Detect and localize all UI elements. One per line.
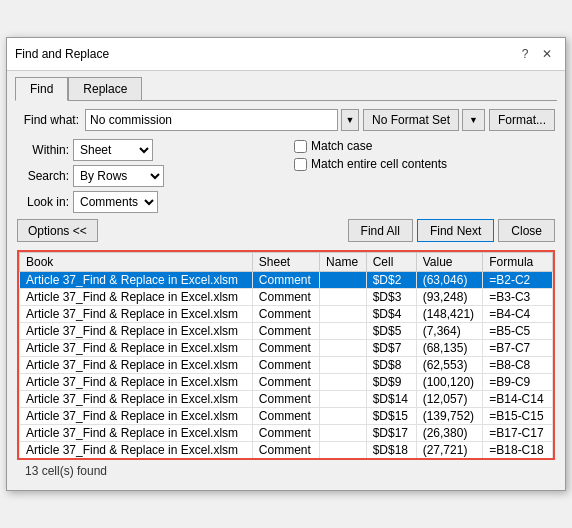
window-close-button[interactable]: ✕ bbox=[537, 44, 557, 64]
results-table-body: Article 37_Find & Replace in Excel.xlsmC… bbox=[20, 272, 553, 461]
table-cell-name bbox=[320, 442, 367, 459]
table-cell-sheet: Comment bbox=[252, 374, 319, 391]
table-cell-formula: =B18-C18 bbox=[483, 442, 553, 459]
table-cell-cell: $D$3 bbox=[366, 289, 416, 306]
search-label: Search: bbox=[17, 169, 69, 183]
table-cell-book: Article 37_Find & Replace in Excel.xlsm bbox=[20, 374, 253, 391]
table-cell-value: (139,752) bbox=[416, 408, 483, 425]
table-cell-formula: =B4-C4 bbox=[483, 306, 553, 323]
table-cell-sheet: Comment bbox=[252, 408, 319, 425]
table-cell-book: Article 37_Find & Replace in Excel.xlsm bbox=[20, 391, 253, 408]
table-cell-sheet: Comment bbox=[252, 323, 319, 340]
status-text: 13 cell(s) found bbox=[25, 464, 107, 478]
table-cell-name bbox=[320, 425, 367, 442]
table-row[interactable]: Article 37_Find & Replace in Excel.xlsmC… bbox=[20, 323, 553, 340]
results-table: Book Sheet Name Cell Value Formula Artic… bbox=[19, 252, 553, 460]
title-bar-left: Find and Replace bbox=[15, 47, 109, 61]
look-in-row: Look in: Comments Values Formulas bbox=[17, 191, 282, 213]
table-cell-value: (7,364) bbox=[416, 323, 483, 340]
search-row: Search: By Rows By Columns bbox=[17, 165, 282, 187]
dialog-title: Find and Replace bbox=[15, 47, 109, 61]
table-cell-book: Article 37_Find & Replace in Excel.xlsm bbox=[20, 306, 253, 323]
table-cell-sheet: Comment bbox=[252, 340, 319, 357]
table-cell-sheet: Comment bbox=[252, 442, 319, 459]
table-cell-book: Article 37_Find & Replace in Excel.xlsm bbox=[20, 442, 253, 459]
table-cell-name bbox=[320, 323, 367, 340]
results-table-header: Book Sheet Name Cell Value Formula bbox=[20, 253, 553, 272]
table-cell-book: Article 37_Find & Replace in Excel.xlsm bbox=[20, 408, 253, 425]
col-formula: Formula bbox=[483, 253, 553, 272]
tab-bar: Find Replace bbox=[7, 71, 565, 100]
table-cell-cell: $D$17 bbox=[366, 425, 416, 442]
match-entire-checkbox[interactable] bbox=[294, 158, 307, 171]
table-row[interactable]: Article 37_Find & Replace in Excel.xlsmC… bbox=[20, 408, 553, 425]
table-row[interactable]: Article 37_Find & Replace in Excel.xlsmC… bbox=[20, 289, 553, 306]
table-cell-value: (63,046) bbox=[416, 272, 483, 289]
table-cell-formula: =B3-C3 bbox=[483, 289, 553, 306]
col-name: Name bbox=[320, 253, 367, 272]
table-cell-sheet: Comment bbox=[252, 289, 319, 306]
format-split-button[interactable]: ▼ bbox=[462, 109, 485, 131]
table-cell-book: Article 37_Find & Replace in Excel.xlsm bbox=[20, 357, 253, 374]
results-table-container: Book Sheet Name Cell Value Formula Artic… bbox=[17, 250, 555, 460]
find-what-label: Find what: bbox=[17, 113, 85, 127]
format-button[interactable]: Format... bbox=[489, 109, 555, 131]
table-cell-formula: =B2-C2 bbox=[483, 272, 553, 289]
table-cell-book: Article 37_Find & Replace in Excel.xlsm bbox=[20, 425, 253, 442]
table-cell-name bbox=[320, 408, 367, 425]
action-row: Options << Find All Find Next Close bbox=[17, 219, 555, 242]
table-cell-sheet: Comment bbox=[252, 425, 319, 442]
table-cell-value: (148,421) bbox=[416, 306, 483, 323]
table-cell-cell: $D$7 bbox=[366, 340, 416, 357]
table-cell-sheet: Comment bbox=[252, 272, 319, 289]
table-cell-cell: $D$14 bbox=[366, 391, 416, 408]
table-cell-value: (93,248) bbox=[416, 289, 483, 306]
table-row[interactable]: Article 37_Find & Replace in Excel.xlsmC… bbox=[20, 340, 553, 357]
tab-replace[interactable]: Replace bbox=[68, 77, 142, 100]
match-case-row: Match case bbox=[290, 139, 555, 153]
match-entire-row: Match entire cell contents bbox=[290, 157, 555, 171]
look-in-select[interactable]: Comments Values Formulas bbox=[73, 191, 158, 213]
table-row[interactable]: Article 37_Find & Replace in Excel.xlsmC… bbox=[20, 306, 553, 323]
table-cell-book: Article 37_Find & Replace in Excel.xlsm bbox=[20, 289, 253, 306]
table-row[interactable]: Article 37_Find & Replace in Excel.xlsmC… bbox=[20, 391, 553, 408]
options-right: Match case Match entire cell contents bbox=[290, 139, 555, 213]
options-button[interactable]: Options << bbox=[17, 219, 98, 242]
table-cell-cell: $D$18 bbox=[366, 442, 416, 459]
tab-find[interactable]: Find bbox=[15, 77, 68, 101]
no-format-set-button[interactable]: No Format Set bbox=[363, 109, 459, 131]
table-cell-formula: =B9-C9 bbox=[483, 374, 553, 391]
search-select[interactable]: By Rows By Columns bbox=[73, 165, 164, 187]
within-select[interactable]: Sheet Workbook bbox=[73, 139, 153, 161]
options-section: Within: Sheet Workbook Search: By Rows B… bbox=[17, 139, 555, 213]
find-input-group: ▼ No Format Set ▼ Format... bbox=[85, 109, 555, 131]
table-row[interactable]: Article 37_Find & Replace in Excel.xlsmC… bbox=[20, 374, 553, 391]
close-button[interactable]: Close bbox=[498, 219, 555, 242]
table-row[interactable]: Article 37_Find & Replace in Excel.xlsmC… bbox=[20, 272, 553, 289]
find-what-row: Find what: ▼ No Format Set ▼ Format... bbox=[17, 109, 555, 131]
table-cell-name bbox=[320, 391, 367, 408]
table-row[interactable]: Article 37_Find & Replace in Excel.xlsmC… bbox=[20, 442, 553, 459]
table-cell-cell: $D$2 bbox=[366, 272, 416, 289]
col-value: Value bbox=[416, 253, 483, 272]
table-row[interactable]: Article 37_Find & Replace in Excel.xlsmC… bbox=[20, 357, 553, 374]
table-row[interactable]: Article 37_Find & Replace in Excel.xlsmC… bbox=[20, 425, 553, 442]
find-next-button[interactable]: Find Next bbox=[417, 219, 494, 242]
match-case-checkbox[interactable] bbox=[294, 140, 307, 153]
match-case-label[interactable]: Match case bbox=[311, 139, 372, 153]
table-cell-value: (68,135) bbox=[416, 340, 483, 357]
options-left: Within: Sheet Workbook Search: By Rows B… bbox=[17, 139, 282, 213]
col-sheet: Sheet bbox=[252, 253, 319, 272]
table-cell-name bbox=[320, 340, 367, 357]
table-cell-name bbox=[320, 306, 367, 323]
title-bar: Find and Replace ? ✕ bbox=[7, 38, 565, 71]
table-cell-value: (12,057) bbox=[416, 391, 483, 408]
find-what-dropdown[interactable]: ▼ bbox=[341, 109, 359, 131]
table-cell-formula: =B14-C14 bbox=[483, 391, 553, 408]
match-entire-label[interactable]: Match entire cell contents bbox=[311, 157, 447, 171]
table-cell-cell: $D$15 bbox=[366, 408, 416, 425]
help-button[interactable]: ? bbox=[515, 44, 535, 64]
find-replace-dialog: Find and Replace ? ✕ Find Replace Find w… bbox=[6, 37, 566, 491]
find-what-input[interactable] bbox=[85, 109, 338, 131]
find-all-button[interactable]: Find All bbox=[348, 219, 413, 242]
